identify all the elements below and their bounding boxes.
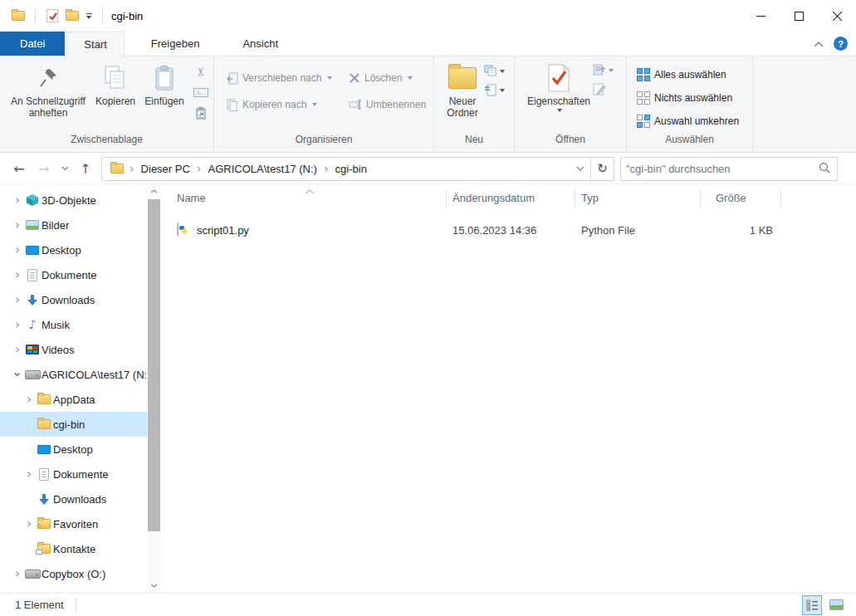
- tab-ansicht[interactable]: Ansicht: [226, 32, 295, 56]
- chevron-right-icon[interactable]: ›: [23, 392, 35, 407]
- recent-locations-dropdown[interactable]: [58, 158, 71, 179]
- sidebar-scrollbar[interactable]: [147, 184, 161, 593]
- sidebar-item-3d-objekte[interactable]: › 3D-Objekte: [0, 188, 147, 213]
- paste-shortcut-button[interactable]: [191, 104, 211, 122]
- scroll-down-button[interactable]: [147, 579, 161, 593]
- scroll-up-button[interactable]: [147, 184, 161, 198]
- edit-button[interactable]: [593, 82, 614, 98]
- address-bar[interactable]: › Dieser PC › AGRICOLA\test17 (N:) › cgi…: [101, 157, 614, 181]
- ribbon-group-select: Alles auswählen Nichts auswählen Auswahl…: [627, 56, 753, 152]
- search-input[interactable]: [621, 163, 812, 175]
- chevron-right-icon[interactable]: ›: [12, 566, 23, 581]
- sidebar-item-copybox-drive[interactable]: › Copybox (O:): [0, 561, 147, 586]
- breadcrumb-dieser-pc[interactable]: Dieser PC: [138, 163, 193, 175]
- delete-button[interactable]: Löschen: [345, 68, 416, 88]
- easy-access-button[interactable]: [484, 65, 505, 77]
- column-divider[interactable]: [575, 188, 575, 208]
- column-header-size[interactable]: Größe: [716, 192, 746, 204]
- maximize-button[interactable]: [780, 0, 818, 32]
- chevron-right-icon[interactable]: ›: [12, 193, 23, 208]
- sidebar-item-bilder[interactable]: › Bilder: [0, 213, 147, 237]
- address-dropdown-button[interactable]: [570, 158, 590, 180]
- crumb-chevron-icon: ›: [322, 162, 330, 175]
- document-icon: [23, 269, 42, 281]
- properties-button[interactable]: Eigenschaften: [525, 61, 593, 112]
- pin-to-quick-access-button[interactable]: An Schnellzugriff anheften: [5, 61, 91, 119]
- paste-button[interactable]: Einfügen: [139, 61, 189, 107]
- sidebar-item-downloads[interactable]: › Downloads: [0, 287, 147, 312]
- scrollbar-thumb[interactable]: [148, 199, 160, 531]
- sidebar-item-kontakte[interactable]: Kontakte: [0, 536, 147, 561]
- sidebar-item-videos[interactable]: › Videos: [0, 337, 147, 362]
- open-button[interactable]: [593, 64, 614, 76]
- file-row[interactable]: script01.py 15.06.2023 14:36 Python File…: [162, 219, 856, 244]
- select-none-button[interactable]: Nichts auswählen: [633, 88, 736, 108]
- sidebar-item-agricola-drive[interactable]: › AGRICOLA\test17 (N:): [0, 362, 147, 387]
- rename-button[interactable]: Umbenennen: [345, 95, 429, 115]
- breadcrumb-cgi-bin[interactable]: cgi-bin: [332, 163, 370, 175]
- back-button[interactable]: ←: [8, 158, 30, 179]
- status-divider: [76, 599, 76, 612]
- rename-icon: [349, 99, 362, 110]
- up-button[interactable]: ↑: [75, 158, 96, 179]
- sidebar-item-desktop[interactable]: › Desktop: [0, 237, 147, 262]
- column-divider[interactable]: [700, 188, 701, 208]
- chevron-right-icon[interactable]: ›: [12, 242, 23, 257]
- sidebar-item-downloads-2[interactable]: Downloads: [0, 486, 147, 511]
- help-icon[interactable]: ?: [834, 37, 848, 51]
- invert-selection-button[interactable]: Auswahl umkehren: [633, 111, 742, 131]
- details-view-button[interactable]: [802, 595, 822, 615]
- qat-customize-dropdown[interactable]: [82, 6, 95, 26]
- chevron-right-icon[interactable]: ›: [23, 516, 35, 531]
- move-to-icon: [226, 72, 238, 85]
- column-divider[interactable]: [780, 188, 781, 208]
- new-folder-button[interactable]: Neuer Ordner: [441, 61, 484, 119]
- copy-path-button[interactable]: \...: [191, 83, 211, 101]
- file-name[interactable]: script01.py: [197, 224, 249, 237]
- sidebar-item-favoriten[interactable]: › ★ Favoriten: [0, 511, 147, 536]
- refresh-button[interactable]: ↻: [590, 158, 614, 180]
- chevron-right-icon[interactable]: ›: [12, 317, 23, 332]
- minimize-button[interactable]: [741, 0, 780, 32]
- column-header-name[interactable]: Name: [177, 192, 206, 204]
- column-divider[interactable]: [446, 188, 447, 208]
- scissors-icon: ✂: [193, 66, 208, 77]
- move-to-button[interactable]: Verschieben nach: [223, 68, 337, 88]
- sidebar-item-label: Bilder: [42, 219, 69, 232]
- chevron-right-icon[interactable]: ›: [12, 267, 23, 282]
- search-box[interactable]: [620, 157, 838, 181]
- sidebar-item-label: Copybox (O:): [42, 568, 105, 580]
- chevron-right-icon[interactable]: ›: [12, 292, 23, 307]
- column-header-modified[interactable]: Änderungsdatum: [452, 192, 535, 204]
- copy-button[interactable]: Kopieren: [91, 61, 139, 107]
- tab-freigeben[interactable]: Freigeben: [135, 32, 217, 56]
- close-button[interactable]: [818, 0, 856, 32]
- thumbnails-view-button[interactable]: [826, 595, 846, 615]
- sidebar-item-cgi-bin[interactable]: cgi-bin: [0, 412, 147, 437]
- sidebar-item-musik[interactable]: › ♪ Musik: [0, 312, 147, 337]
- copy-to-button[interactable]: Kopieren nach: [223, 95, 337, 115]
- qat-new-folder-button[interactable]: [62, 6, 82, 26]
- tab-start[interactable]: Start: [66, 32, 124, 56]
- search-icon[interactable]: [812, 162, 837, 176]
- collapse-ribbon-icon[interactable]: [814, 37, 824, 50]
- forward-button[interactable]: →: [33, 158, 55, 179]
- chevron-down-icon[interactable]: ›: [10, 369, 25, 380]
- cut-button[interactable]: ✂: [191, 62, 211, 81]
- column-header-type[interactable]: Typ: [581, 192, 599, 204]
- chevron-right-icon[interactable]: ›: [23, 467, 35, 482]
- chevron-right-icon[interactable]: ›: [12, 218, 23, 232]
- app-folder-icon: [8, 6, 28, 26]
- select-all-button[interactable]: Alles auswählen: [633, 65, 730, 85]
- properties-doc-icon: [547, 63, 570, 93]
- sidebar-item-appdata[interactable]: › AppData: [0, 387, 147, 412]
- sidebar-item-dokumente-2[interactable]: › Dokumente: [0, 462, 147, 486]
- breadcrumb-drive[interactable]: AGRICOLA\test17 (N:): [204, 163, 320, 175]
- select-none-label: Nichts auswählen: [654, 92, 732, 104]
- new-item-button[interactable]: [484, 84, 505, 97]
- qat-properties-button[interactable]: [42, 6, 62, 26]
- sidebar-item-dokumente[interactable]: › Dokumente: [0, 262, 147, 287]
- chevron-right-icon[interactable]: ›: [12, 342, 23, 357]
- sidebar-item-desktop-2[interactable]: Desktop: [0, 437, 147, 462]
- tab-datei[interactable]: Datei: [0, 32, 65, 56]
